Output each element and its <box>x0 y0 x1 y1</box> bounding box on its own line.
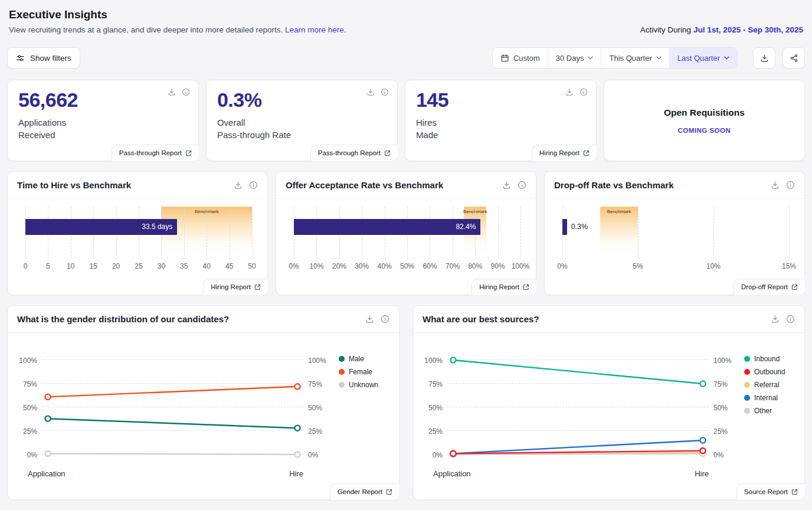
chevron-down-icon <box>588 56 593 60</box>
y-axis-tick-label: 25% <box>23 427 37 436</box>
last-quarter-button[interactable]: Last Quarter <box>669 48 737 68</box>
series-line <box>48 419 297 428</box>
axis-tick-label: 35 <box>180 262 188 270</box>
best-sources-card: What are our best sources? 0%25%50%75%10… <box>412 305 805 500</box>
axis-tick-label: 30 <box>158 262 165 270</box>
line-charts-row: What is the gender distribution of our c… <box>7 305 805 500</box>
pass-through-report-link[interactable]: Pass-through Report <box>112 145 199 161</box>
y-axis-tick-label: 75% <box>428 380 443 388</box>
download-icon <box>760 54 769 63</box>
info-icon[interactable] <box>579 88 588 96</box>
kpi-label: HiresMade <box>416 117 585 141</box>
chevron-down-icon <box>724 56 729 60</box>
benchmark-zone: Benchmark <box>600 207 638 255</box>
info-icon[interactable] <box>518 181 526 189</box>
hiring-report-link[interactable]: Hiring Report <box>472 279 536 295</box>
y-axis-tick-label: 100% <box>424 357 443 365</box>
time-to-hire-card: Time to Hire vs Benchmark Benchmark33.5 … <box>7 171 268 295</box>
pass-through-report-link[interactable]: Pass-through Report <box>310 145 398 161</box>
axis-tick-label: 100% <box>512 262 530 270</box>
download-icon[interactable] <box>365 315 374 323</box>
axis-tick-label: 40 <box>203 262 211 270</box>
external-link-icon <box>583 150 590 156</box>
info-icon[interactable] <box>786 181 795 189</box>
page-header: Executive Insights View recruiting trend… <box>7 8 805 34</box>
chart-legend: InboundOutboundReferralInternalOther <box>736 348 798 415</box>
y-axis-tick-label: 25% <box>428 427 443 436</box>
hiring-report-link[interactable]: Hiring Report <box>532 145 597 161</box>
axis-tick-label: 20 <box>112 262 120 270</box>
axis-tick-label: 15 <box>90 262 97 270</box>
legend-label: Other <box>754 407 772 415</box>
applications-received-card: 56,662 ApplicationsReceived Pass-through… <box>7 80 199 161</box>
page-subtitle: View recruiting trends at a glance, and … <box>9 25 346 34</box>
x-axis-categories: ApplicationHire <box>447 469 709 478</box>
gender-distribution-card: What is the gender distribution of our c… <box>7 305 400 500</box>
bar-chart-plot: Benchmark33.5 days <box>25 207 252 255</box>
info-icon[interactable] <box>381 315 389 323</box>
gridline <box>207 207 207 259</box>
drop-off-rate-card: Drop-off Rate vs Benchmark Benchmark0.3%… <box>544 171 805 295</box>
download-icon[interactable] <box>771 315 780 323</box>
download-button[interactable] <box>753 47 775 68</box>
download-icon[interactable] <box>771 181 780 189</box>
y-axis-tick-label: 100% <box>713 357 732 365</box>
hires-made-card: 145 HiresMade Hiring Report <box>405 80 597 161</box>
legend-item: Female <box>339 368 392 376</box>
legend-label: Outbound <box>754 368 785 376</box>
page-title: Executive Insights <box>9 8 805 21</box>
legend-label: Referral <box>754 381 780 389</box>
download-icon[interactable] <box>168 88 176 96</box>
show-filters-label: Show filters <box>30 54 71 63</box>
hiring-report-link[interactable]: Hiring Report <box>203 279 268 295</box>
y-axis-right: 0%25%50%75%100% <box>303 360 330 455</box>
info-icon[interactable] <box>381 88 389 96</box>
info-icon[interactable] <box>249 181 258 189</box>
axis-tick-label: 70% <box>446 262 460 270</box>
axis-tick-label: 50% <box>400 262 414 270</box>
value-bar <box>562 219 567 235</box>
y-axis-tick-label: 25% <box>713 427 728 436</box>
external-link-icon <box>384 150 391 156</box>
share-button[interactable] <box>782 47 805 68</box>
gender-report-link[interactable]: Gender Report <box>330 483 400 500</box>
chevron-down-icon <box>656 56 662 60</box>
x-axis-category-label: Hire <box>289 469 303 478</box>
legend-dot <box>339 356 345 362</box>
source-report-link[interactable]: Source Report <box>736 483 805 500</box>
chart-title: Time to Hire vs Benchmark <box>17 180 131 190</box>
bar-chart-plot: Benchmark0.3% <box>562 207 789 255</box>
gridline <box>230 207 230 259</box>
download-icon[interactable] <box>502 181 511 189</box>
y-axis-tick-label: 0% <box>27 451 37 459</box>
open-requisitions-card: Open Requisitions COMING SOON <box>604 80 805 161</box>
data-point <box>700 448 705 453</box>
chart-title: Offer Acceptance Rate vs Benchmark <box>286 180 443 190</box>
download-icon[interactable] <box>366 88 375 96</box>
info-icon[interactable] <box>182 88 190 96</box>
y-axis-tick-label: 75% <box>23 380 37 388</box>
external-link-icon <box>254 284 261 290</box>
y-axis-tick-label: 25% <box>308 427 322 436</box>
learn-more-link[interactable]: Learn more here <box>285 25 344 34</box>
this-quarter-button[interactable]: This Quarter <box>601 48 669 68</box>
info-icon[interactable] <box>786 315 795 323</box>
line-chart-plot <box>447 360 709 455</box>
y-axis-tick-label: 50% <box>713 404 728 412</box>
thirty-days-button[interactable]: 30 Days <box>548 48 601 68</box>
x-axis-category-label: Application <box>28 469 66 478</box>
axis-tick-label: 0 <box>24 262 28 270</box>
axis-tick-label: 20% <box>332 262 346 270</box>
y-axis-tick-label: 0% <box>308 451 318 459</box>
bar-chart-axis: 0%10%20%30%40%50%60%70%80%90%100% <box>294 262 520 271</box>
download-icon[interactable] <box>234 181 243 189</box>
chart-title: What are our best sources? <box>423 314 539 324</box>
drop-off-report-link[interactable]: Drop-off Report <box>734 279 805 295</box>
download-icon[interactable] <box>565 88 574 96</box>
y-axis-tick-label: 100% <box>308 357 326 365</box>
show-filters-button[interactable]: Show filters <box>7 47 80 68</box>
custom-range-button[interactable]: Custom <box>493 48 548 68</box>
legend-dot <box>744 356 750 362</box>
line-series-svg <box>42 360 303 455</box>
x-axis-category-label: Application <box>433 469 471 478</box>
